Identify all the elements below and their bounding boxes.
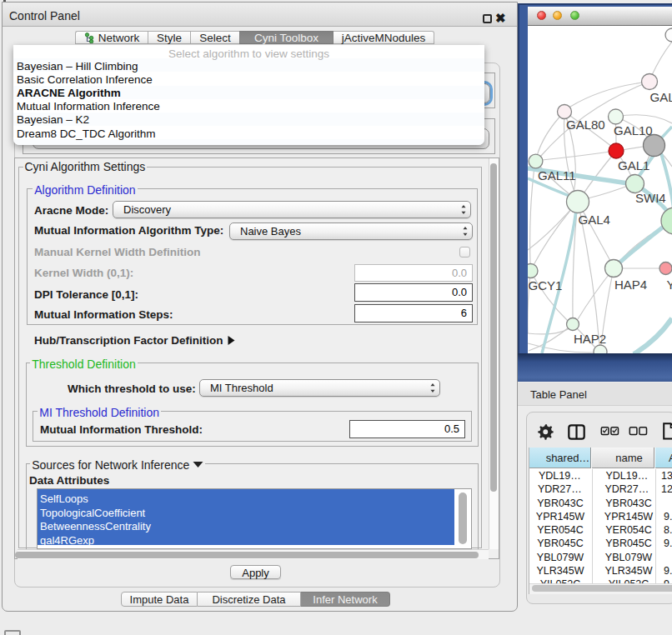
svg-text:GAL11: GAL11	[538, 168, 576, 182]
svg-text:GAL7: GAL7	[650, 90, 672, 104]
svg-text:HAP2: HAP2	[574, 332, 606, 346]
svg-text:SWI4: SWI4	[635, 191, 666, 205]
svg-text:HAP4: HAP4	[614, 278, 647, 292]
svg-text:GCY1: GCY1	[529, 278, 563, 292]
svg-text:GAL4: GAL4	[579, 212, 610, 227]
svg-text:GAL1: GAL1	[618, 158, 649, 172]
svg-text:GAL10: GAL10	[614, 123, 653, 138]
svg-text:YEL: YEL	[667, 278, 672, 292]
svg-text:GAL80: GAL80	[566, 118, 605, 132]
